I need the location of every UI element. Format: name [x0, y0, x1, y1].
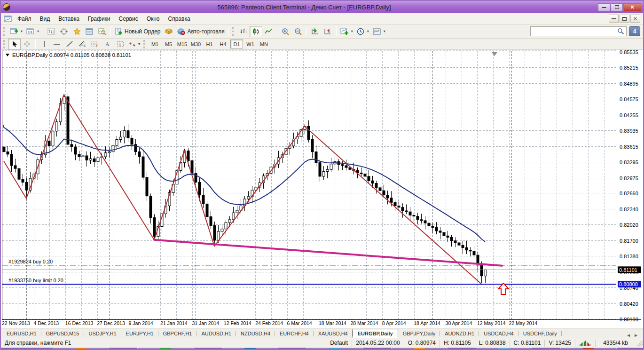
- taskbar-app-icon: [244, 348, 256, 350]
- chart-tab-eurgbp-daily[interactable]: EURGBP,Daily: [353, 329, 398, 338]
- chart-tab-gbpjpy-daily[interactable]: GBPJPY,Daily: [398, 329, 440, 338]
- zoom-in-icon: [282, 28, 290, 35]
- toolbar-grip[interactable]: [232, 27, 235, 36]
- mdi-minimize-button[interactable]: [609, 15, 619, 23]
- cursor-button[interactable]: [8, 39, 21, 50]
- data-window-button[interactable]: [58, 26, 71, 37]
- chart-tab-usdchf-daily[interactable]: USDCHF,Daily: [518, 329, 562, 338]
- profiles-button[interactable]: ▾: [24, 26, 41, 37]
- star-icon: [73, 28, 81, 35]
- timeframe-m30-button[interactable]: M30: [189, 40, 202, 48]
- chart-tab-gbpchf-h1[interactable]: GBPCHF,H1: [158, 329, 197, 338]
- mql-community-button[interactable]: 4: [629, 26, 640, 36]
- menu-справка[interactable]: Справка: [164, 14, 195, 24]
- chart-area[interactable]: 0.855350.852150.848950.845750.842550.839…: [1, 50, 644, 328]
- market-watch-button[interactable]: [45, 26, 58, 37]
- chart-tab-gbpusd-m15[interactable]: GBPUSD,M15: [41, 329, 84, 338]
- price-axis-label: 0.81700: [620, 238, 638, 244]
- windows-taskbar[interactable]: [1, 348, 643, 350]
- mdi-close-button[interactable]: ✕: [630, 15, 640, 23]
- candle-body: [206, 204, 208, 216]
- chart-tab-nzdusd-h4[interactable]: NZDUSD,H4: [236, 329, 275, 338]
- arrows-button[interactable]: ▾: [126, 39, 142, 50]
- close-button[interactable]: ✕: [623, 3, 641, 11]
- taskbar-app-6[interactable]: [476, 348, 532, 350]
- toolbar-line-studies: E F A T ▾ M1M5M15M30H1H4D1W1MN: [1, 39, 643, 50]
- price-chart[interactable]: 0.855350.852150.848950.845750.842550.839…: [1, 50, 641, 328]
- search-icon[interactable]: [617, 28, 624, 35]
- chart-tab-audnzd-h1[interactable]: AUDNZD,H1: [440, 329, 479, 338]
- search-input[interactable]: [533, 28, 617, 35]
- equidistant-channel-button[interactable]: E: [76, 39, 88, 50]
- metaeditor-button[interactable]: [163, 26, 175, 37]
- navigator-button[interactable]: [71, 26, 83, 37]
- zoom-in-button[interactable]: [279, 26, 292, 37]
- fibonacci-button[interactable]: F: [88, 39, 101, 50]
- terminal-button[interactable]: [83, 26, 96, 37]
- vertical-line-button[interactable]: [38, 39, 50, 50]
- text-button[interactable]: A: [101, 39, 114, 50]
- price-axis-label: 0.80420: [620, 301, 638, 307]
- new-chart-button[interactable]: ▾: [8, 26, 24, 37]
- periods-button[interactable]: ▾: [355, 26, 371, 37]
- date-axis-label: 22 May 2014: [509, 320, 537, 326]
- trendline-button[interactable]: [63, 39, 76, 50]
- taskbar-app-1[interactable]: [53, 348, 109, 350]
- candle-body: [375, 183, 377, 188]
- toolbar-grip[interactable]: [3, 27, 6, 36]
- chart-tab-xauusd-h4[interactable]: XAUUSD,H4: [314, 329, 353, 338]
- taskbar-app-3[interactable]: [222, 348, 278, 350]
- chart-tab-eurusd-h1[interactable]: EURUSD,H1: [2, 329, 41, 338]
- candle-body: [138, 152, 141, 157]
- menu-графики[interactable]: Графики: [84, 14, 115, 24]
- chart-tab-eurchf-h4[interactable]: EURCHF,H4: [275, 329, 314, 338]
- zoom-out-button[interactable]: [292, 26, 305, 37]
- templates-button[interactable]: ▾: [371, 26, 387, 37]
- bar-chart-button[interactable]: [237, 26, 250, 37]
- taskbar-app-5[interactable]: [391, 348, 448, 350]
- candle-body: [477, 255, 479, 264]
- status-profile[interactable]: Default: [326, 340, 352, 347]
- timeframe-m1-button[interactable]: M1: [149, 40, 161, 48]
- line-chart-button[interactable]: [262, 26, 275, 37]
- toolbar-grip[interactable]: [143, 40, 146, 48]
- auto-trading-button[interactable]: Авто-торговля: [175, 26, 227, 37]
- chart-tab-usdjpy-h1[interactable]: USDJPY,H1: [84, 329, 121, 338]
- resize-grip[interactable]: [636, 340, 643, 346]
- taskbar-app-7[interactable]: [560, 348, 617, 350]
- candlestick-chart-button[interactable]: [250, 26, 262, 37]
- price-axis-label: 0.80100: [620, 317, 638, 322]
- toolbar-grip[interactable]: [3, 40, 6, 48]
- strategy-tester-button[interactable]: [96, 26, 109, 37]
- timeframe-h4-button[interactable]: H4: [217, 40, 229, 48]
- timeframe-d1-button[interactable]: D1: [230, 40, 243, 48]
- auto-scroll-button[interactable]: [309, 26, 322, 37]
- timeframe-m15-button[interactable]: M15: [176, 40, 188, 48]
- chart-tab-usdcad-h4[interactable]: USDCAD,H4: [479, 329, 518, 338]
- menu-вставка[interactable]: Вставка: [54, 14, 84, 24]
- candle-body: [371, 181, 374, 183]
- chart-tab-eurjpy-h1[interactable]: EURJPY,H1: [121, 329, 158, 338]
- taskbar-app-2[interactable]: [137, 348, 194, 350]
- timeframe-m5-button[interactable]: M5: [162, 40, 175, 48]
- timeframe-w1-button[interactable]: W1: [244, 40, 257, 48]
- text-label-button[interactable]: T: [114, 39, 126, 50]
- chart-shift-button[interactable]: [322, 26, 334, 37]
- horizontal-line-button[interactable]: [50, 39, 63, 50]
- menu-сервис[interactable]: Сервис: [115, 14, 142, 24]
- new-order-button[interactable]: Новый Ордер: [113, 26, 162, 37]
- timeframe-h1-button[interactable]: H1: [203, 40, 216, 48]
- tabs-scroll-right-button[interactable]: ►: [634, 333, 638, 338]
- crosshair-tool-button[interactable]: [21, 39, 33, 50]
- maximize-button[interactable]: [611, 3, 623, 11]
- mdi-restore-button[interactable]: [620, 15, 629, 23]
- chart-tab-audusd-h1[interactable]: AUDUSD,H1: [196, 329, 236, 338]
- tabs-scroll-left-button[interactable]: ◄: [626, 333, 631, 338]
- menu-окно[interactable]: Окно: [142, 14, 164, 24]
- indicators-button[interactable]: ▾: [338, 26, 355, 37]
- menu-файл[interactable]: Файл: [13, 14, 36, 24]
- minimize-button[interactable]: [598, 3, 610, 11]
- taskbar-app-4[interactable]: [306, 348, 363, 350]
- menu-вид[interactable]: Вид: [36, 14, 55, 24]
- timeframe-mn-button[interactable]: MN: [258, 40, 270, 48]
